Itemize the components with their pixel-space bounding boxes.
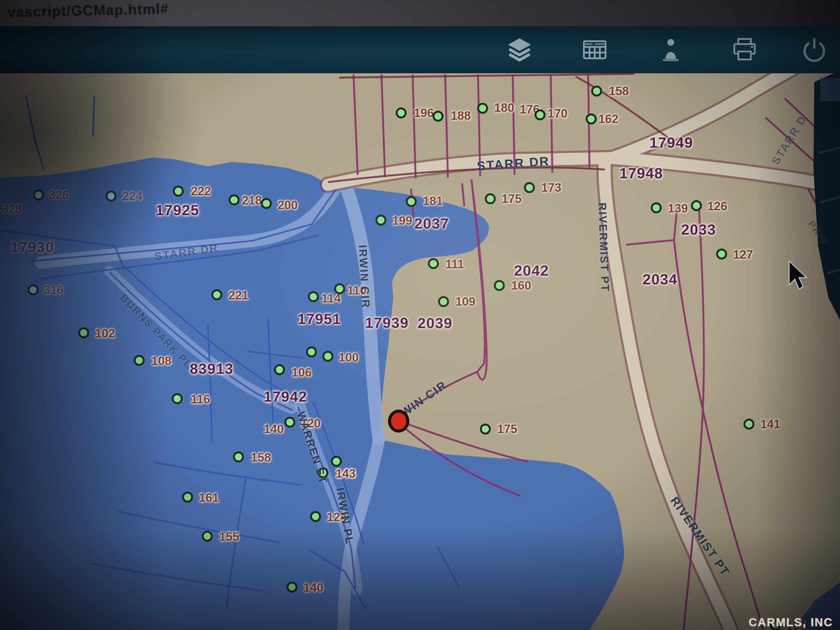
parcel-label: 17951 bbox=[297, 310, 341, 327]
address-dot bbox=[28, 284, 39, 295]
address-label: 140 bbox=[264, 422, 284, 436]
screen-photo: vascript/GCMap.html# bbox=[0, 0, 840, 630]
address-label: 111 bbox=[445, 257, 464, 271]
address-dot bbox=[477, 103, 488, 114]
address-dot bbox=[651, 202, 662, 213]
address-label: 155 bbox=[219, 530, 239, 543]
address-label: 162 bbox=[598, 112, 618, 126]
address-dot bbox=[438, 296, 449, 307]
parcel-label: 2042 bbox=[514, 262, 549, 279]
address-label: 200 bbox=[278, 198, 297, 212]
address-dot bbox=[233, 452, 244, 463]
address-dot bbox=[376, 215, 386, 226]
browser-chrome: vascript/GCMap.html# bbox=[0, 0, 840, 27]
address-dot bbox=[334, 283, 345, 294]
address-dot bbox=[406, 196, 417, 207]
address-label: 175 bbox=[502, 192, 521, 205]
address-dot bbox=[274, 364, 285, 375]
address-label: 221 bbox=[228, 289, 248, 302]
parcel-label: 17939 bbox=[365, 314, 409, 331]
parcel-label: 17948 bbox=[619, 164, 663, 182]
address-label: 141 bbox=[760, 417, 780, 431]
address-label: 158 bbox=[609, 84, 628, 98]
address-dot bbox=[173, 186, 184, 197]
address-label: 139 bbox=[668, 202, 688, 215]
address-dot bbox=[591, 85, 602, 96]
watermark: CARMLS, INC bbox=[749, 616, 833, 629]
street-label: PRIV bbox=[805, 218, 831, 248]
address-label: 224 bbox=[122, 189, 142, 203]
address-label: 196 bbox=[414, 106, 434, 120]
address-label: 143 bbox=[336, 467, 355, 480]
address-dot bbox=[586, 114, 597, 125]
address-dot bbox=[261, 198, 272, 209]
parcel-label: 17925 bbox=[156, 202, 199, 218]
address-dot bbox=[433, 111, 444, 122]
address-dot bbox=[308, 291, 319, 302]
address-label: 100 bbox=[338, 351, 358, 364]
address-dot bbox=[202, 531, 213, 542]
address-label: 158 bbox=[251, 451, 271, 464]
print-icon[interactable] bbox=[731, 36, 758, 63]
address-dot bbox=[480, 423, 491, 434]
address-dot bbox=[428, 258, 439, 269]
selected-marker[interactable] bbox=[388, 410, 409, 433]
address-dot bbox=[182, 492, 193, 502]
street-label: STARR DR bbox=[154, 242, 219, 262]
parcel-label: 2034 bbox=[643, 271, 677, 287]
parcel-label: 2033 bbox=[681, 221, 716, 238]
address-bar[interactable]: vascript/GCMap.html# bbox=[7, 0, 169, 20]
address-dot bbox=[535, 109, 546, 120]
address-label: 222 bbox=[191, 184, 211, 198]
address-dot bbox=[744, 418, 755, 429]
address-dot bbox=[229, 194, 240, 205]
address-dot bbox=[134, 355, 145, 366]
table-icon[interactable] bbox=[581, 36, 608, 63]
street-label: STARR D bbox=[769, 113, 809, 167]
parcel-label: 83913 bbox=[190, 360, 234, 377]
parcel-label: 17930 bbox=[10, 238, 54, 256]
address-dot bbox=[172, 393, 183, 404]
address-label: 106 bbox=[292, 366, 311, 379]
address-dot bbox=[306, 346, 317, 357]
address-label: 126 bbox=[707, 199, 727, 213]
address-dot bbox=[310, 511, 321, 522]
power-icon[interactable] bbox=[801, 36, 828, 63]
parcel-label: 2039 bbox=[418, 314, 453, 332]
parcel-label: 17942 bbox=[264, 388, 307, 405]
address-dot bbox=[322, 351, 333, 362]
address-dot bbox=[524, 182, 535, 193]
map-toolbar bbox=[0, 26, 840, 74]
address-dot bbox=[396, 107, 407, 118]
address-label: 127 bbox=[733, 248, 753, 261]
map-labels: 1961881801761701581622222182002243263281… bbox=[0, 73, 840, 630]
address-dot bbox=[494, 280, 505, 291]
address-dot bbox=[331, 456, 342, 467]
address-label: 199 bbox=[392, 214, 412, 227]
address-label: 102 bbox=[95, 327, 115, 340]
address-label: 160 bbox=[511, 279, 531, 292]
address-label: 316 bbox=[43, 283, 63, 297]
address-label: 180 bbox=[494, 101, 514, 115]
address-dot bbox=[212, 289, 222, 300]
street-label: STARR DR bbox=[476, 154, 550, 174]
address-dot bbox=[78, 327, 89, 338]
address-dot bbox=[33, 189, 44, 201]
parcel-label: 2037 bbox=[414, 215, 449, 232]
address-label: 175 bbox=[497, 422, 517, 436]
address-label: 109 bbox=[455, 295, 475, 308]
address-dot bbox=[284, 417, 295, 428]
address-label: 218 bbox=[242, 194, 262, 207]
map-canvas[interactable]: 1961881801761701581622222182002243263281… bbox=[0, 73, 840, 630]
layers-icon[interactable] bbox=[506, 36, 533, 63]
address-label: 181 bbox=[423, 194, 443, 208]
locate-person-icon[interactable] bbox=[657, 36, 684, 63]
address-dot bbox=[287, 582, 297, 592]
address-dot bbox=[691, 200, 702, 211]
address-label: 161 bbox=[199, 491, 219, 504]
address-dot bbox=[716, 249, 727, 259]
street-label: RIVERMIST PT bbox=[668, 494, 732, 579]
address-dot bbox=[106, 191, 117, 202]
address-label: 140 bbox=[303, 581, 323, 594]
address-label: 173 bbox=[541, 181, 561, 194]
